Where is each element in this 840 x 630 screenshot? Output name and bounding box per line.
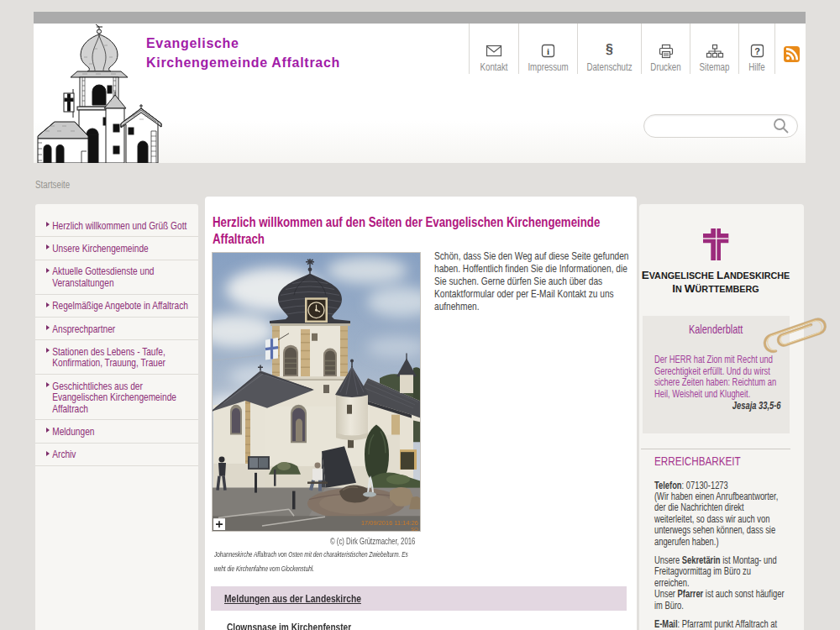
svg-text:17/09/2016 11:14:26: 17/09/2016 11:14:26 xyxy=(361,519,418,527)
svg-text:?: ? xyxy=(754,46,760,56)
svg-text:i: i xyxy=(547,46,549,56)
